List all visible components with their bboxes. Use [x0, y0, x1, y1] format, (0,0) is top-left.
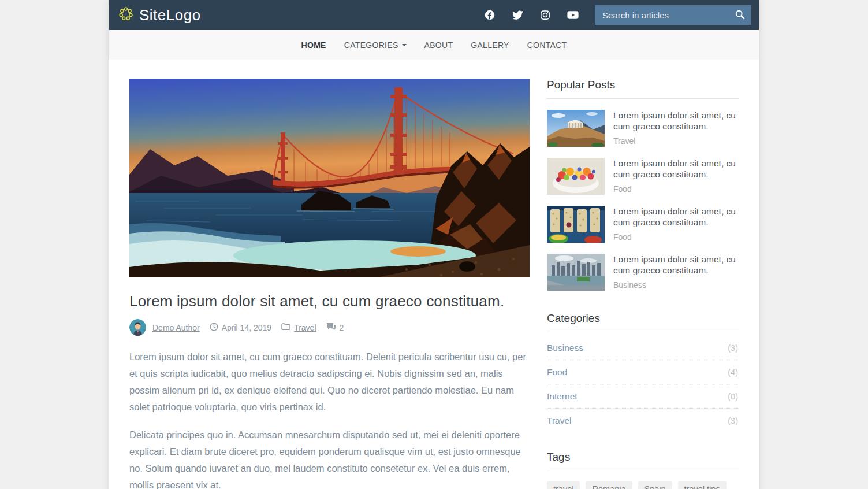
article-meta: Demo Author April 14, 2019	[129, 319, 530, 336]
clock-icon	[210, 323, 218, 333]
search-submit-button[interactable]	[732, 9, 751, 21]
categories-widget: Categories Business (3) Food (4) Interne…	[547, 312, 739, 432]
divider	[547, 471, 739, 471]
popular-post-title: Lorem ipsum dolor sit amet, cu cum graec…	[613, 158, 739, 180]
hero-image-golden-gate-bridge	[129, 79, 530, 277]
comments-meta: 2	[326, 323, 344, 333]
category-count: (3)	[728, 343, 738, 353]
popular-post-category: Food	[613, 184, 632, 194]
youtube-icon[interactable]	[567, 10, 579, 20]
popular-post-category: Business	[613, 280, 646, 290]
popular-post-category: Travel	[613, 136, 635, 146]
popular-post-item[interactable]: Lorem ipsum dolor sit amet, cu cum graec…	[547, 158, 739, 195]
category-item-business[interactable]: Business (3)	[547, 336, 739, 360]
page-container: SiteLogo	[109, 0, 759, 489]
menu-item-contact[interactable]: CONTACT	[527, 40, 567, 50]
category-count: (3)	[728, 416, 738, 425]
author-avatar	[129, 319, 146, 336]
popular-post-thumbnail-food-trays	[547, 206, 605, 243]
search-input[interactable]	[595, 10, 732, 20]
folder-icon	[281, 323, 290, 332]
publish-date: April 14, 2019	[222, 323, 271, 332]
article-title: Lorem ipsum dolor sit amet, cu cum graec…	[129, 292, 530, 310]
popular-posts-heading: Popular Posts	[547, 79, 739, 91]
site-logo[interactable]: SiteLogo	[118, 6, 201, 24]
topbar-right-group	[485, 5, 751, 25]
category-list: Business (3) Food (4) Internet (0) Trave…	[547, 336, 739, 432]
popular-posts-widget: Popular Posts	[547, 79, 739, 291]
logo-dots-icon	[118, 6, 133, 24]
popular-post-title: Lorem ipsum dolor sit amet, cu cum graec…	[613, 110, 739, 132]
category-item-food[interactable]: Food (4)	[547, 360, 739, 384]
popular-post-title: Lorem ipsum dolor sit amet, cu cum graec…	[613, 254, 739, 276]
comments-count: 2	[340, 323, 344, 332]
category-item-travel[interactable]: Travel (3)	[547, 409, 739, 432]
category-link[interactable]: Travel	[294, 323, 316, 332]
category-count: (4)	[728, 368, 738, 377]
author-meta: Demo Author	[152, 323, 200, 332]
menu-item-gallery[interactable]: GALLERY	[471, 40, 509, 50]
tag-travel[interactable]: travel	[547, 481, 580, 489]
instagram-icon[interactable]	[540, 10, 550, 20]
article-column: Lorem ipsum dolor sit amet, cu cum graec…	[129, 79, 530, 489]
comments-icon	[326, 323, 336, 333]
menu-item-categories[interactable]: CATEGORIES	[344, 40, 407, 50]
main-menu: HOME CATEGORIES ABOUT GALLERY CONTACT	[109, 30, 759, 60]
tag-romania[interactable]: Romania	[586, 481, 632, 489]
categories-heading: Categories	[547, 312, 739, 325]
popular-post-thumbnail-acropolis	[547, 110, 605, 147]
article-body: Lorem ipsum dolor sit amet, cu cum graec…	[129, 349, 530, 489]
popular-post-item[interactable]: Lorem ipsum dolor sit amet, cu cum graec…	[547, 110, 739, 147]
search-icon	[735, 9, 745, 21]
tags-heading: Tags	[547, 451, 739, 464]
tag-cloud: travel Romania Spain travel tips cheese …	[547, 481, 739, 489]
date-meta: April 14, 2019	[210, 323, 271, 333]
caret-down-icon	[402, 44, 407, 49]
popular-post-item[interactable]: Lorem ipsum dolor sit amet, cu cum graec…	[547, 206, 739, 243]
article-paragraph: Lorem ipsum dolor sit amet, cu cum graec…	[129, 349, 530, 416]
popular-post-item[interactable]: Lorem ipsum dolor sit amet, cu cum graec…	[547, 254, 739, 291]
divider	[547, 98, 739, 99]
category-count: (0)	[728, 392, 738, 401]
popular-post-category: Food	[613, 232, 632, 242]
facebook-icon[interactable]	[485, 10, 495, 20]
tag-spain[interactable]: Spain	[638, 481, 672, 489]
author-link[interactable]: Demo Author	[152, 323, 200, 332]
twitter-icon[interactable]	[512, 10, 523, 20]
popular-post-thumbnail-singapore	[547, 254, 605, 291]
article-paragraph: Delicata principes quo in. Accumsan mnes…	[129, 427, 530, 489]
search-bar	[595, 5, 751, 25]
menu-item-home[interactable]: HOME	[301, 40, 326, 50]
menu-item-about[interactable]: ABOUT	[424, 40, 453, 50]
social-links	[485, 10, 579, 20]
divider	[547, 332, 739, 332]
popular-post-title: Lorem ipsum dolor sit amet, cu cum graec…	[613, 206, 739, 228]
popular-post-thumbnail-fruit-salad	[547, 158, 605, 195]
category-item-internet[interactable]: Internet (0)	[547, 384, 739, 409]
top-navbar: SiteLogo	[109, 0, 759, 30]
site-logo-text: SiteLogo	[139, 6, 201, 24]
sidebar: Popular Posts	[547, 79, 739, 489]
tag-travel-tips[interactable]: travel tips	[678, 481, 727, 489]
tags-widget: Tags travel Romania Spain travel tips ch…	[547, 451, 739, 489]
category-meta: Travel	[281, 323, 316, 332]
content-area: Lorem ipsum dolor sit amet, cu cum graec…	[109, 60, 759, 489]
